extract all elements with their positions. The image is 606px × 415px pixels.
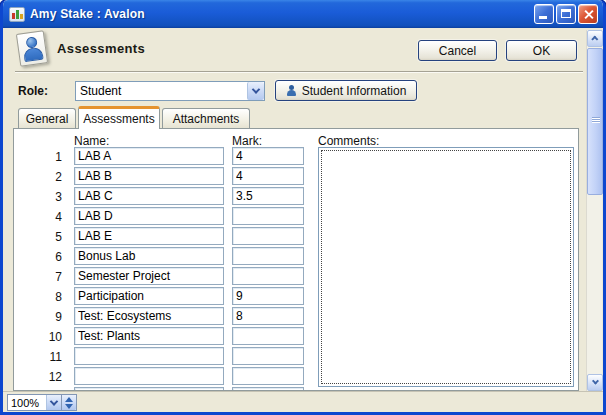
mark-field-2[interactable] — [232, 167, 304, 185]
student-information-button[interactable]: Student Information — [275, 80, 417, 101]
name-field-2[interactable] — [74, 167, 224, 185]
contact-card-icon — [16, 30, 48, 67]
chevron-up-icon — [591, 36, 598, 43]
role-label: Role: — [18, 84, 48, 98]
mark-field-10[interactable] — [232, 327, 304, 345]
header-divider — [15, 71, 583, 72]
name-field-6[interactable] — [74, 247, 224, 265]
mark-column-header: Mark: — [232, 134, 262, 148]
zoom-spinner[interactable] — [61, 395, 76, 410]
maximize-button[interactable] — [556, 4, 576, 24]
tab-assessments[interactable]: Assessments — [78, 106, 160, 129]
scroll-down-button[interactable] — [587, 374, 603, 391]
comments-label: Comments: — [318, 134, 379, 148]
window-title: Amy Stake : Avalon — [30, 7, 145, 21]
zoom-control[interactable]: 100% — [7, 394, 77, 411]
chevron-down-icon — [50, 397, 58, 405]
name-field-1[interactable] — [74, 147, 224, 165]
row-number: 8 — [16, 290, 62, 304]
zoom-dropdown-button[interactable] — [46, 395, 61, 410]
row-number: 4 — [16, 210, 62, 224]
chevron-down-icon[interactable] — [247, 82, 264, 100]
close-button[interactable] — [578, 4, 598, 24]
mark-field-6[interactable] — [232, 247, 304, 265]
tab-general[interactable]: General — [18, 108, 76, 129]
scrollbar-thumb[interactable] — [587, 48, 603, 195]
minimize-button[interactable] — [534, 4, 554, 24]
scroll-up-button[interactable] — [587, 30, 603, 47]
dialog-window: Amy Stake : Avalon Assessments Cancel OK… — [0, 0, 606, 415]
cancel-button[interactable]: Cancel — [418, 40, 497, 61]
row-number: 3 — [16, 190, 62, 204]
name-field-10[interactable] — [74, 327, 224, 345]
name-column-header: Name: — [74, 134, 109, 148]
mark-field-3[interactable] — [232, 187, 304, 205]
person-icon — [286, 85, 297, 97]
maximize-icon — [561, 9, 571, 18]
role-dropdown[interactable]: Student — [75, 81, 265, 101]
name-field-12[interactable] — [74, 367, 224, 385]
mark-field-1[interactable] — [232, 147, 304, 165]
row-number: 6 — [16, 250, 62, 264]
vertical-scrollbar[interactable] — [586, 30, 602, 391]
mark-field-12[interactable] — [232, 367, 304, 385]
spinner-down-icon — [65, 404, 73, 409]
header-bar: Assessments Cancel OK — [3, 28, 603, 71]
student-information-label: Student Information — [302, 84, 407, 98]
zoom-value[interactable]: 100% — [8, 395, 46, 410]
mark-field-5[interactable] — [232, 227, 304, 245]
comments-textarea[interactable] — [318, 147, 574, 387]
name-field-8[interactable] — [74, 287, 224, 305]
row-number: 1 — [16, 150, 62, 164]
row-number: 11 — [16, 350, 62, 364]
chevron-down-icon — [591, 378, 598, 385]
mark-field-9[interactable] — [232, 307, 304, 325]
row-number: 2 — [16, 170, 62, 184]
minimize-icon — [539, 16, 547, 19]
name-field-5[interactable] — [74, 227, 224, 245]
role-dropdown-value: Student — [76, 84, 247, 98]
title-bar[interactable]: Amy Stake : Avalon — [3, 0, 603, 28]
page-title: Assessments — [57, 41, 145, 56]
name-field-4[interactable] — [74, 207, 224, 225]
assessments-panel: Name: Mark: Comments: 1 2 3 4 5 6 7 8 9 … — [13, 128, 579, 391]
name-field-7[interactable] — [74, 267, 224, 285]
row-number: 5 — [16, 230, 62, 244]
mark-field-8[interactable] — [232, 287, 304, 305]
close-icon — [579, 5, 597, 23]
row-number: 10 — [16, 330, 62, 344]
name-field-9[interactable] — [74, 307, 224, 325]
row-number: 7 — [16, 270, 62, 284]
name-field-11[interactable] — [74, 347, 224, 365]
ok-button[interactable]: OK — [506, 40, 577, 61]
tab-attachments[interactable]: Attachments — [162, 108, 250, 129]
comments-content[interactable] — [321, 150, 571, 384]
name-field-3[interactable] — [74, 187, 224, 205]
mark-field-7[interactable] — [232, 267, 304, 285]
app-chart-icon — [9, 7, 25, 22]
mark-field-4[interactable] — [232, 207, 304, 225]
row-number: 12 — [16, 370, 62, 384]
mark-field-11[interactable] — [232, 347, 304, 365]
status-bar: 100% — [3, 391, 603, 412]
row-number: 9 — [16, 310, 62, 324]
spinner-up-icon — [65, 397, 73, 402]
scrollbar-grip-icon — [592, 117, 600, 123]
